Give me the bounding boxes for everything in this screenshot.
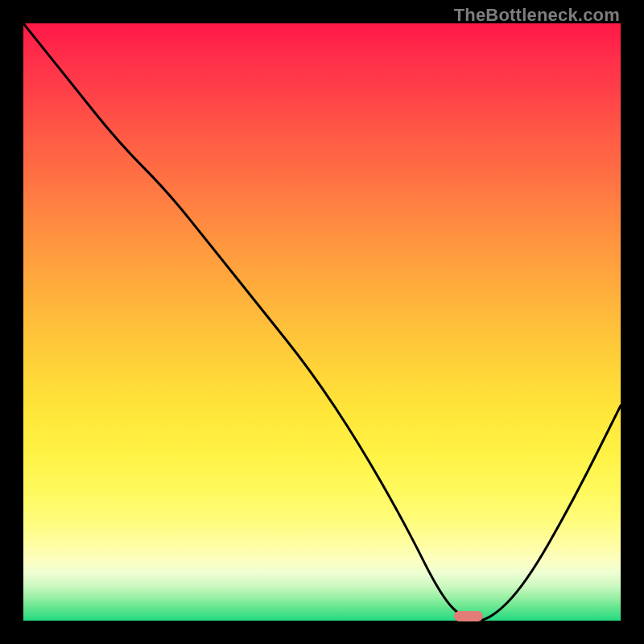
- bottleneck-curve: [23, 23, 621, 621]
- optimal-marker: [454, 611, 483, 621]
- chart-frame: TheBottleneck.com: [0, 0, 644, 644]
- plot-area: [23, 23, 621, 621]
